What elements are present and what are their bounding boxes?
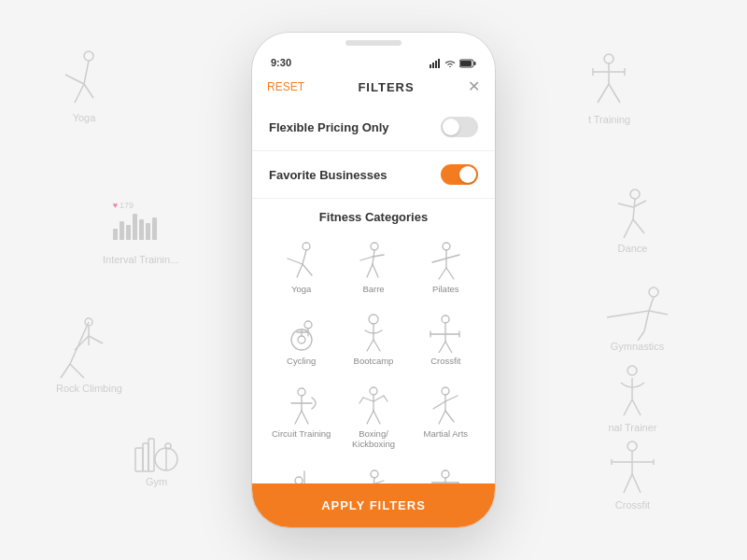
svg-line-86 <box>439 342 445 353</box>
svg-line-35 <box>644 311 649 331</box>
svg-point-55 <box>303 243 310 250</box>
svg-point-120 <box>442 470 449 478</box>
status-bar: 9:30 <box>252 33 495 74</box>
svg-point-60 <box>371 243 378 250</box>
svg-point-31 <box>649 287 658 297</box>
svg-rect-12 <box>135 448 143 471</box>
svg-rect-13 <box>143 443 148 471</box>
svg-line-95 <box>363 398 374 401</box>
svg-point-25 <box>630 189 640 199</box>
svg-line-79 <box>367 340 374 351</box>
category-bootcamp[interactable]: Bootcamp <box>339 307 407 371</box>
toggle-knob <box>459 166 476 183</box>
bg-gymnastics: Gymnastics <box>602 285 672 352</box>
bg-strength: t Training <box>584 51 635 125</box>
svg-rect-51 <box>438 59 440 68</box>
category-circuit-training[interactable]: Circuit Training <box>267 380 335 455</box>
reset-button[interactable]: RESET <box>267 80 304 93</box>
circuit-training-label: Circuit Training <box>272 428 331 439</box>
svg-line-10 <box>75 336 89 350</box>
svg-line-26 <box>633 199 635 219</box>
pilates-icon <box>425 241 466 282</box>
svg-line-46 <box>624 474 632 493</box>
battery-icon <box>459 59 476 68</box>
svg-line-40 <box>632 399 641 415</box>
pilates-label: Pilates <box>432 284 459 294</box>
bg-dance: Dance <box>607 187 658 254</box>
category-aerial[interactable]: Aerial <box>412 463 480 483</box>
svg-point-0 <box>84 51 93 61</box>
svg-line-24 <box>609 84 620 103</box>
svg-line-33 <box>607 311 649 317</box>
svg-line-103 <box>433 401 445 409</box>
svg-rect-14 <box>148 439 154 471</box>
svg-line-69 <box>439 268 446 279</box>
svg-line-96 <box>359 398 363 403</box>
category-cycling[interactable]: Cycling <box>267 307 335 371</box>
svg-line-65 <box>373 264 378 277</box>
apply-filters-button[interactable]: APPLY FILTERS <box>252 483 495 527</box>
category-boxing[interactable]: Boxing/ Kickboxing <box>339 380 407 455</box>
category-pole-fitness[interactable]: Pole Fitness <box>267 463 335 483</box>
barre-icon <box>353 241 394 282</box>
svg-rect-50 <box>435 61 437 68</box>
bg-gym: Gym <box>131 429 182 487</box>
svg-line-11 <box>89 336 103 343</box>
svg-point-77 <box>369 315 378 324</box>
status-time: 9:30 <box>271 57 291 68</box>
wifi-icon <box>444 59 456 68</box>
svg-point-17 <box>165 443 171 449</box>
bootcamp-label: Bootcamp <box>354 356 394 366</box>
bg-interval: ♥179 Interval Trainin... <box>103 201 178 265</box>
cycling-label: Cycling <box>287 356 316 366</box>
svg-line-7 <box>70 364 84 378</box>
svg-line-36 <box>638 331 644 341</box>
categories-title: Fitness Categories <box>267 210 480 224</box>
svg-line-64 <box>367 264 373 277</box>
category-crossfit[interactable]: Crossfit <box>412 307 480 371</box>
svg-line-62 <box>360 257 373 260</box>
bg-personaltrainer: nal Trainer <box>607 364 658 433</box>
barre-label: Barre <box>362 284 384 294</box>
svg-point-41 <box>627 441 637 451</box>
svg-line-39 <box>624 399 632 415</box>
svg-line-5 <box>70 322 89 364</box>
flexible-pricing-toggle[interactable] <box>441 117 478 137</box>
flexible-pricing-label: Flexible Pricing Only <box>269 120 389 134</box>
crossfit-icon <box>425 313 466 354</box>
yoga-label: Yoga <box>291 284 311 294</box>
svg-line-2 <box>65 75 84 84</box>
svg-point-73 <box>304 321 312 329</box>
svg-point-37 <box>627 366 637 375</box>
filters-header: RESET FILTERS ✕ <box>252 74 495 104</box>
favorite-businesses-toggle[interactable] <box>441 164 478 185</box>
category-yoga[interactable]: Yoga <box>267 235 335 300</box>
fitness-categories: Fitness Categories Yoga <box>252 199 495 483</box>
bg-crossfit: Crossfit <box>607 439 658 511</box>
category-martial-arts[interactable]: Martial Arts <box>412 380 480 455</box>
svg-rect-48 <box>430 64 431 68</box>
crossfit-label: Crossfit <box>430 356 460 366</box>
category-pilates[interactable]: Pilates <box>412 235 480 300</box>
svg-point-108 <box>295 477 303 483</box>
yoga-icon <box>281 241 322 282</box>
aerial-icon <box>425 469 466 483</box>
signal-icon <box>430 59 441 68</box>
bg-rockclimbing: Rock Climbing <box>56 317 122 394</box>
svg-point-72 <box>298 336 305 343</box>
close-button[interactable]: ✕ <box>468 79 480 94</box>
svg-line-105 <box>439 411 445 424</box>
phone-notch <box>345 40 402 46</box>
svg-line-34 <box>649 311 668 315</box>
svg-line-97 <box>374 396 384 401</box>
category-barre[interactable]: Barre <box>339 235 407 300</box>
svg-line-70 <box>446 268 454 279</box>
flexible-pricing-filter: Flexible Pricing Only <box>252 104 495 151</box>
svg-line-29 <box>624 219 633 238</box>
svg-line-80 <box>374 340 380 351</box>
svg-point-8 <box>85 318 92 326</box>
pole-fitness-icon <box>281 469 322 483</box>
category-dance[interactable]: Dance <box>339 463 407 483</box>
svg-line-58 <box>297 264 303 277</box>
favorite-businesses-filter: Favorite Businesses <box>252 151 495 199</box>
